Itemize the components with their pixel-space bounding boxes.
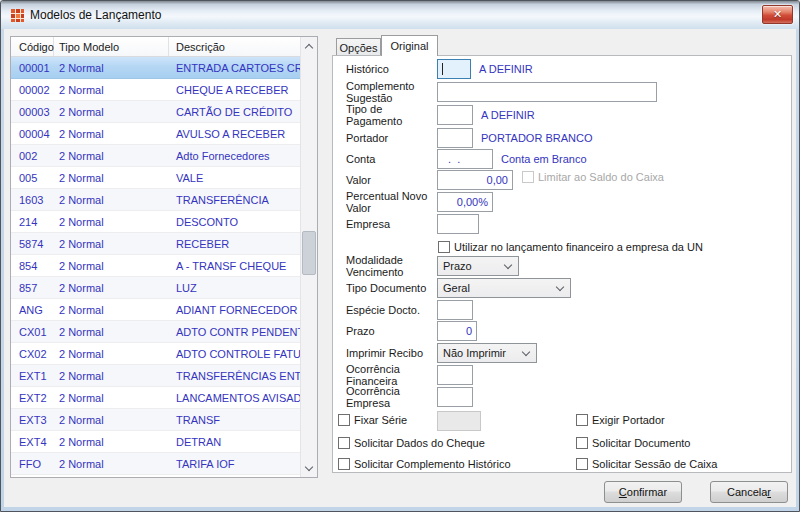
imprimir-recibo-label: Imprimir Recibo (346, 347, 437, 359)
chevron-down-icon (504, 261, 512, 269)
table-row[interactable]: EXT32 NormalTRANSF (11, 409, 300, 431)
scroll-down-icon[interactable] (301, 460, 317, 477)
utilizar-un-checkbox[interactable]: Utilizar no lançamento financeiro a empr… (438, 241, 703, 253)
table-row[interactable]: 16032 NormalTRANSFERÊNCIA (11, 189, 300, 211)
row-solicitar-dados-documento: Solicitar Dados do Cheque Solicitar Docu… (338, 433, 785, 453)
table-row[interactable]: 000042 NormalAVULSO A RECEBER (11, 123, 300, 145)
vertical-scrollbar[interactable] (300, 37, 317, 477)
field-prazo: Prazo 0 (346, 321, 785, 341)
checkbox-icon (338, 414, 350, 426)
percentual-input[interactable]: 0,00% (437, 192, 493, 212)
valor-label: Valor (346, 174, 437, 186)
conta-hint: Conta em Branco (501, 153, 587, 165)
table-row[interactable]: EXT22 NormalLANCAMENTOS AVISADOS (11, 387, 300, 409)
limitar-saldo-checkbox: Limitar ao Saldo do Caixa (522, 171, 664, 183)
ocorrencia-financeira-input[interactable] (437, 365, 473, 385)
especie-input[interactable] (437, 300, 473, 320)
field-ocorrencia-empresa: Ocorrência Empresa (346, 387, 785, 407)
empresa-label: Empresa (346, 218, 437, 230)
tipo-documento-dropdown[interactable]: Geral (437, 278, 571, 298)
field-portador: Portador PORTADOR BRANCO (346, 128, 785, 148)
table-row[interactable]: ANG2 NormalADIANT FORNECEDOR (11, 299, 300, 321)
solicitar-dados-cheque-checkbox[interactable]: Solicitar Dados do Cheque (338, 437, 485, 449)
checkbox-icon (338, 437, 350, 449)
modalidade-dropdown[interactable]: Prazo (437, 256, 519, 276)
text-caret (442, 63, 443, 75)
confirmar-button[interactable]: Confirmar (604, 481, 682, 503)
historico-hint: A DEFINIR (479, 63, 533, 75)
historico-input[interactable] (437, 59, 471, 79)
complemento-input[interactable] (437, 82, 657, 102)
tipo-pagamento-input[interactable] (437, 105, 473, 125)
solicitar-sessao-checkbox[interactable]: Solicitar Sessão de Caixa (576, 454, 717, 474)
table-row[interactable]: 8542 NormalA - TRANSF CHEQUE (11, 255, 300, 277)
field-historico: Histórico A DEFINIR (346, 59, 785, 79)
row-solicitar-complemento-sessao: Solicitar Complemento Histórico Solicita… (338, 454, 785, 474)
cancelar-button[interactable]: Cancelar (710, 481, 788, 503)
field-empresa: Empresa (346, 214, 785, 234)
prazo-input[interactable]: 0 (437, 321, 477, 341)
dialog-client-area: Código Tipo Modelo Descrição 000012 Norm… (4, 29, 796, 507)
scrollbar-thumb[interactable] (302, 231, 316, 275)
table-body: 000012 NormalENTRADA CARTOES CRÉD 000022… (11, 57, 300, 477)
historico-label: Histórico (346, 63, 437, 75)
checkbox-icon (576, 437, 588, 449)
dialog-modelos-de-lancamento: Modelos de Lançamento ✕ Código Tipo Mode… (0, 0, 800, 512)
table-row[interactable]: 000022 NormalCHEQUE A RECEBER (11, 79, 300, 101)
ocorrencia-financeira-label: Ocorrência Financeira (346, 363, 437, 387)
checkbox-icon (438, 241, 450, 253)
valor-input[interactable]: 0,00 (437, 170, 513, 190)
table-row[interactable]: CX012 NormalADTO CONTR PENDENTE (11, 321, 300, 343)
conta-input[interactable]: . . (437, 149, 493, 169)
empresa-input[interactable] (437, 214, 479, 234)
table-row[interactable]: 2142 NormalDESCONTO (11, 211, 300, 233)
table-row[interactable]: CX022 NormalADTO CONTROLE FATURA (11, 343, 300, 365)
field-valor: Valor 0,00 Limitar ao Saldo do Caixa (346, 170, 785, 190)
portador-input[interactable] (437, 128, 473, 148)
chevron-down-icon (556, 283, 564, 291)
conta-label: Conta (346, 153, 437, 165)
table-row[interactable]: 0052 NormalVALE (11, 167, 300, 189)
tipo-pagamento-hint: A DEFINIR (481, 109, 535, 121)
tab-original[interactable]: Original (381, 35, 438, 56)
percentual-label: Percentual Novo Valor (346, 190, 437, 214)
checkbox-icon (576, 414, 588, 426)
solicitar-complemento-checkbox[interactable]: Solicitar Complemento Histórico (338, 458, 511, 470)
scroll-up-icon[interactable] (301, 37, 317, 54)
table-row[interactable]: EXT42 NormalDETRAN (11, 431, 300, 453)
field-tipo-documento: Tipo Documento Geral (346, 278, 785, 298)
ocorrencia-empresa-label: Ocorrência Empresa (346, 385, 437, 409)
table-row[interactable]: FFO2 NormalTARIFA IOF (11, 453, 300, 475)
fixar-serie-input (437, 411, 481, 431)
portador-label: Portador (346, 132, 437, 144)
column-header-descricao[interactable]: Descrição (169, 37, 317, 56)
exigir-portador-checkbox[interactable]: Exigir Portador (576, 410, 665, 430)
table-row[interactable]: 000012 NormalENTRADA CARTOES CRÉD (11, 57, 300, 79)
table-row[interactable]: 0022 NormalAdto Fornecedores (11, 145, 300, 167)
solicitar-documento-checkbox[interactable]: Solicitar Documento (576, 433, 690, 453)
window-title: Modelos de Lançamento (30, 8, 161, 22)
fixar-serie-checkbox[interactable]: Fixar Série (338, 414, 407, 426)
title-bar[interactable]: Modelos de Lançamento ✕ (1, 1, 799, 29)
field-especie-docto: Espécie Docto. (346, 300, 785, 320)
field-imprimir-recibo: Imprimir Recibo Não Imprimir (346, 343, 785, 363)
tab-opcoes[interactable]: Opções (336, 38, 381, 56)
table-row[interactable]: 8572 NormalLUZ (11, 277, 300, 299)
tipo-pagamento-label: Tipo de Pagamento (346, 103, 437, 127)
column-header-tipo-modelo[interactable]: Tipo Modelo (54, 37, 169, 56)
table-row[interactable]: EXT12 NormalTRANSFERÊNCIAS ENTRA (11, 365, 300, 387)
checkbox-icon (338, 458, 350, 470)
tab-panel-original: Histórico A DEFINIR Complemento Sugestão… (332, 55, 792, 473)
app-icon (10, 8, 25, 23)
checkbox-icon (522, 171, 534, 183)
imprimir-recibo-dropdown[interactable]: Não Imprimir (437, 343, 537, 363)
ocorrencia-empresa-input[interactable] (437, 387, 473, 407)
close-icon[interactable]: ✕ (762, 5, 793, 24)
table-header: Código Tipo Modelo Descrição (11, 37, 317, 57)
field-tipo-pagamento: Tipo de Pagamento A DEFINIR (346, 105, 785, 125)
column-header-codigo[interactable]: Código (11, 37, 54, 56)
complemento-label: Complemento Sugestão (346, 80, 437, 104)
portador-hint: PORTADOR BRANCO (481, 132, 592, 144)
table-row[interactable]: 000032 NormalCARTÃO DE CRÉDITO (11, 101, 300, 123)
table-row[interactable]: 58742 NormalRECEBER (11, 233, 300, 255)
